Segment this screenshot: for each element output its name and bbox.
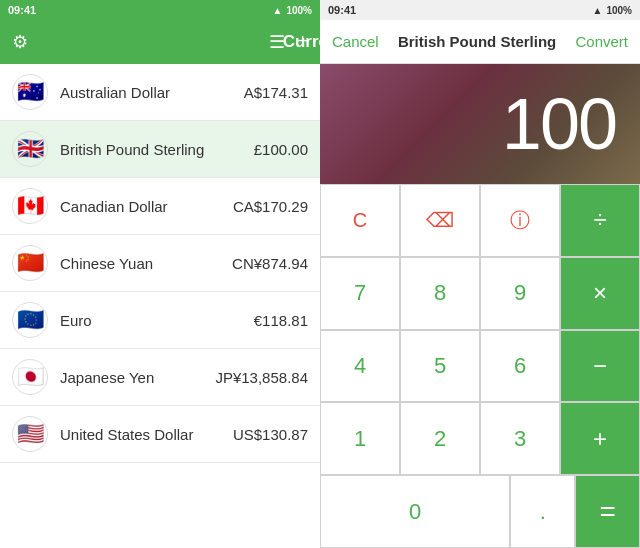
key-special[interactable]: ⌫ bbox=[400, 184, 480, 257]
key-9[interactable]: 9 bbox=[480, 257, 560, 330]
key-3[interactable]: 3 bbox=[480, 402, 560, 475]
left-nav-bar: ⚙ Currency ☰ + bbox=[0, 20, 320, 64]
key-zero[interactable]: 0 bbox=[320, 475, 510, 548]
settings-icon[interactable]: ⚙ bbox=[12, 31, 28, 53]
right-battery: 100% bbox=[606, 5, 632, 16]
cancel-button[interactable]: Cancel bbox=[332, 33, 379, 50]
key-C[interactable]: C bbox=[320, 184, 400, 257]
left-time: 09:41 bbox=[8, 4, 36, 16]
currency-item[interactable]: 🇪🇺 Euro €118.81 bbox=[0, 292, 320, 349]
currency-value: €118.81 bbox=[254, 312, 308, 329]
right-nav-title: British Pound Sterling bbox=[398, 33, 556, 50]
flag-icon: 🇬🇧 bbox=[12, 131, 48, 167]
key-equals[interactable]: = bbox=[575, 475, 640, 548]
key-8[interactable]: 8 bbox=[400, 257, 480, 330]
right-time: 09:41 bbox=[328, 4, 356, 16]
currency-item[interactable]: 🇬🇧 British Pound Sterling £100.00 bbox=[0, 121, 320, 178]
flag-icon: 🇦🇺 bbox=[12, 74, 48, 110]
currency-value: CN¥874.94 bbox=[232, 255, 308, 272]
key-4[interactable]: 4 bbox=[320, 330, 400, 403]
key-dot[interactable]: . bbox=[510, 475, 575, 548]
keypad-row: 456− bbox=[320, 330, 640, 403]
currency-value: JP¥13,858.84 bbox=[215, 369, 308, 386]
key-special[interactable]: ⓘ bbox=[480, 184, 560, 257]
keypad-row: 123+ bbox=[320, 402, 640, 475]
left-wifi-icon: ▲ bbox=[273, 5, 283, 16]
right-wifi-icon: ▲ bbox=[593, 5, 603, 16]
key-special[interactable]: − bbox=[560, 330, 640, 403]
keypad-row: 789× bbox=[320, 257, 640, 330]
currency-item[interactable]: 🇨🇦 Canadian Dollar CA$170.29 bbox=[0, 178, 320, 235]
flag-icon: 🇪🇺 bbox=[12, 302, 48, 338]
currency-name: Japanese Yen bbox=[60, 369, 215, 386]
left-battery: 100% bbox=[286, 5, 312, 16]
currency-item[interactable]: 🇺🇸 United States Dollar US$130.87 bbox=[0, 406, 320, 463]
right-status-bar: 09:41 ▲ 100% bbox=[320, 0, 640, 20]
left-status-icons: ▲ 100% bbox=[273, 5, 312, 16]
keypad-row: C⌫ⓘ÷ bbox=[320, 184, 640, 257]
currency-value: £100.00 bbox=[254, 141, 308, 158]
key-2[interactable]: 2 bbox=[400, 402, 480, 475]
left-panel: 09:41 ▲ 100% ⚙ Currency ☰ + 🇦🇺 Australia… bbox=[0, 0, 320, 548]
currency-list: 🇦🇺 Australian Dollar A$174.31 🇬🇧 British… bbox=[0, 64, 320, 548]
currency-item[interactable]: 🇨🇳 Chinese Yuan CN¥874.94 bbox=[0, 235, 320, 292]
keypad-row-last: 0.= bbox=[320, 475, 640, 548]
flag-icon: 🇯🇵 bbox=[12, 359, 48, 395]
key-special[interactable]: ÷ bbox=[560, 184, 640, 257]
convert-button[interactable]: Convert bbox=[575, 33, 628, 50]
currency-item[interactable]: 🇯🇵 Japanese Yen JP¥13,858.84 bbox=[0, 349, 320, 406]
key-special[interactable]: × bbox=[560, 257, 640, 330]
currency-item[interactable]: 🇦🇺 Australian Dollar A$174.31 bbox=[0, 64, 320, 121]
key-1[interactable]: 1 bbox=[320, 402, 400, 475]
key-6[interactable]: 6 bbox=[480, 330, 560, 403]
key-7[interactable]: 7 bbox=[320, 257, 400, 330]
key-special[interactable]: + bbox=[560, 402, 640, 475]
currency-name: Australian Dollar bbox=[60, 84, 244, 101]
display-area: 100 bbox=[320, 64, 640, 184]
right-nav-bar: Cancel British Pound Sterling Convert bbox=[320, 20, 640, 64]
flag-icon: 🇨🇦 bbox=[12, 188, 48, 224]
currency-value: CA$170.29 bbox=[233, 198, 308, 215]
currency-value: US$130.87 bbox=[233, 426, 308, 443]
flag-icon: 🇨🇳 bbox=[12, 245, 48, 281]
currency-value: A$174.31 bbox=[244, 84, 308, 101]
display-number: 100 bbox=[502, 83, 616, 165]
right-panel: 09:41 ▲ 100% Cancel British Pound Sterli… bbox=[320, 0, 640, 548]
currency-name: United States Dollar bbox=[60, 426, 233, 443]
currency-name: Chinese Yuan bbox=[60, 255, 232, 272]
currency-name: Euro bbox=[60, 312, 254, 329]
currency-name: British Pound Sterling bbox=[60, 141, 254, 158]
right-status-icons: ▲ 100% bbox=[593, 5, 632, 16]
key-5[interactable]: 5 bbox=[400, 330, 480, 403]
left-status-bar: 09:41 ▲ 100% bbox=[0, 0, 320, 20]
keypad: C⌫ⓘ÷789×456−123+0.= bbox=[320, 184, 640, 548]
flag-icon: 🇺🇸 bbox=[12, 416, 48, 452]
currency-name: Canadian Dollar bbox=[60, 198, 233, 215]
